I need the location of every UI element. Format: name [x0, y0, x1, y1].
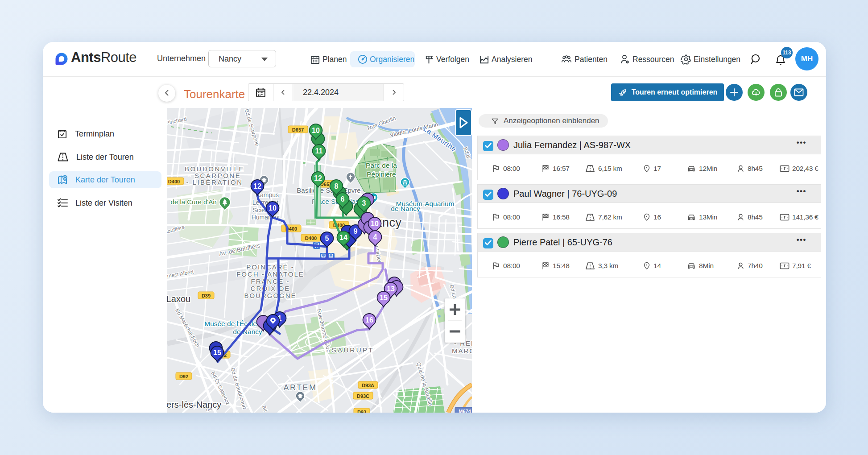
svg-text:de la Cure d'Air: de la Cure d'Air: [171, 198, 217, 206]
svg-text:M674: M674: [459, 409, 471, 413]
svg-text:Laxou: Laxou: [167, 294, 190, 304]
svg-text:12: 12: [314, 174, 322, 182]
svg-text:D39: D39: [202, 293, 211, 298]
svg-text:FRANCE -: FRANCE -: [251, 277, 290, 285]
svg-text:13: 13: [387, 285, 395, 293]
svg-text:D93A: D93A: [362, 383, 374, 388]
svg-text:3: 3: [362, 199, 366, 207]
svg-text:POINCARÉ -: POINCARÉ -: [246, 263, 294, 271]
svg-text:MARCE: MARCE: [452, 347, 472, 355]
svg-text:Parc de la: Parc de la: [366, 161, 397, 169]
svg-text:14: 14: [339, 234, 347, 241]
svg-text:D93C: D93C: [357, 393, 369, 399]
svg-text:15: 15: [213, 349, 221, 356]
svg-text:D93: D93: [357, 410, 366, 413]
svg-text:9: 9: [354, 228, 358, 235]
svg-text:10: 10: [269, 204, 277, 212]
svg-text:de Nancy: de Nancy: [391, 205, 420, 212]
svg-text:8: 8: [335, 182, 339, 190]
svg-text:10: 10: [371, 220, 379, 228]
svg-text:ARTEM: ARTEM: [283, 383, 317, 392]
svg-text:D657: D657: [292, 127, 304, 132]
svg-text:D92: D92: [179, 374, 188, 379]
svg-text:6: 6: [341, 195, 345, 203]
svg-text:Pépinière: Pépinière: [367, 170, 396, 178]
svg-text:SAURUPT: SAURUPT: [331, 346, 374, 354]
svg-text:D400: D400: [305, 236, 317, 241]
svg-text:D400: D400: [168, 179, 180, 184]
svg-text:ers-lès-Nancy: ers-lès-Nancy: [167, 400, 221, 410]
svg-text:11: 11: [315, 147, 323, 155]
svg-text:- LIBÉRATION: - LIBÉRATION: [186, 178, 243, 186]
svg-text:de Nancy: de Nancy: [233, 328, 262, 335]
svg-text:CROIX DE: CROIX DE: [251, 285, 290, 292]
svg-text:5: 5: [325, 235, 329, 242]
svg-text:FOCH - ANATOLE: FOCH - ANATOLE: [236, 270, 304, 278]
svg-text:Basilique Saint-Epvre: Basilique Saint-Epvre: [297, 186, 360, 194]
svg-text:BOURGOGNE: BOURGOGNE: [244, 292, 296, 299]
svg-text:4: 4: [373, 233, 377, 241]
svg-text:12: 12: [253, 182, 261, 190]
svg-text:10: 10: [312, 127, 320, 134]
svg-text:16: 16: [365, 316, 373, 324]
svg-text:15: 15: [380, 294, 388, 302]
